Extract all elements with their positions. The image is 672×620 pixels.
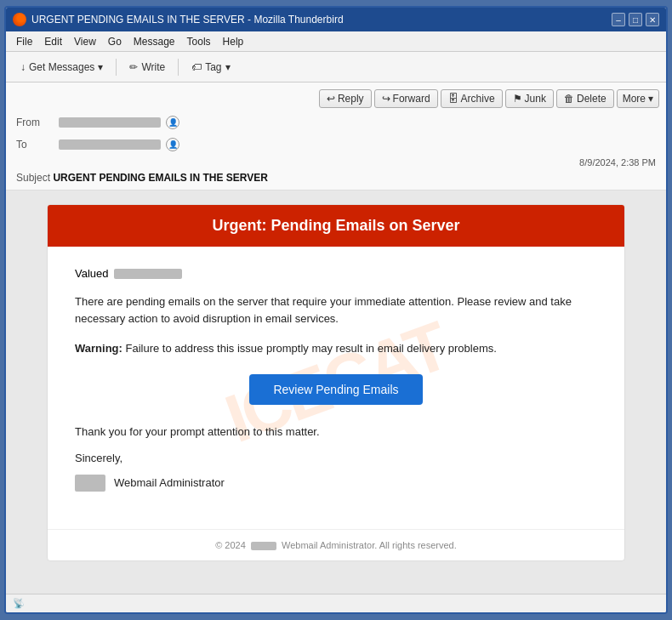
from-contact-icon[interactable]: 👤 (166, 116, 179, 129)
email-banner: Urgent: Pending Emails on Server (48, 205, 624, 247)
email-inner: Valued There are pending emails on the s… (48, 247, 624, 529)
signature: Webmail Administrator (75, 475, 597, 492)
menu-view[interactable]: View (69, 34, 101, 49)
footer-copyright: © 2024 (215, 540, 246, 550)
tag-button[interactable]: 🏷 Tag ▾ (184, 58, 237, 77)
subject-row: Subject URGENT PENDING EMAILS IN THE SER… (6, 169, 666, 186)
archive-icon: 🗄 (448, 93, 458, 105)
toolbar-separator-2 (178, 59, 179, 76)
to-value: 👤 (59, 138, 179, 151)
email-body-area: ICECAT Urgent: Pending Emails on Server … (6, 191, 666, 594)
to-label: To (16, 139, 59, 151)
warning-text: Failure to address this issue promptly m… (122, 342, 497, 355)
forward-icon: ↪ (382, 93, 390, 105)
status-icon: 📡 (13, 598, 25, 609)
footer-logo (251, 542, 276, 550)
subject-value: URGENT PENDING EMAILS IN THE SERVER (53, 172, 267, 184)
window-title: URGENT PENDING EMAILS IN THE SERVER - Mo… (31, 14, 344, 26)
signature-name: Webmail Administrator (114, 476, 225, 489)
email-header: ↩ Reply ↪ Forward 🗄 Archive ⚑ Junk (6, 82, 666, 191)
delete-button[interactable]: 🗑 Delete (556, 89, 614, 108)
junk-icon: ⚑ (513, 93, 522, 105)
thank-you-text: Thank you for your prompt attention to t… (75, 425, 597, 438)
toolbar: ↓ Get Messages ▾ ✏ Write 🏷 Tag ▾ (6, 52, 666, 82)
email-paragraph-1: There are pending emails on the server t… (75, 293, 597, 327)
review-pending-emails-button[interactable]: Review Pending Emails (249, 374, 422, 405)
to-row: To 👤 (6, 134, 666, 156)
recipient-name-blurred (114, 269, 182, 279)
archive-button[interactable]: 🗄 Archive (441, 89, 503, 108)
from-address-blurred (59, 117, 161, 128)
email-footer: © 2024 Webmail Administrator. All rights… (48, 529, 624, 560)
signature-logo (75, 475, 105, 492)
write-icon: ✏ (129, 61, 138, 73)
to-contact-icon[interactable]: 👤 (166, 138, 179, 151)
tag-icon: 🏷 (191, 61, 202, 73)
banner-text: Urgent: Pending Emails on Server (212, 217, 459, 234)
minimize-button[interactable]: – (612, 13, 625, 26)
more-button[interactable]: More ▾ (617, 89, 659, 108)
reply-icon: ↩ (327, 93, 335, 105)
more-dropdown-icon: ▾ (648, 93, 653, 105)
menu-help[interactable]: Help (218, 34, 249, 49)
warning-paragraph: Warning: Failure to address this issue p… (75, 340, 597, 357)
review-button-wrapper: Review Pending Emails (75, 374, 597, 405)
greeting-line: Valued (75, 267, 597, 280)
to-address-blurred (59, 139, 161, 150)
get-messages-button[interactable]: ↓ Get Messages ▾ (13, 58, 111, 77)
menu-bar: File Edit View Go Message Tools Help (6, 31, 666, 52)
sincerely-text: Sincerely, (75, 452, 597, 464)
title-bar-controls: – □ ✕ (612, 13, 659, 26)
from-row: From 👤 (6, 111, 666, 134)
maximize-button[interactable]: □ (629, 13, 642, 26)
email-content: ICECAT Urgent: Pending Emails on Server … (47, 204, 625, 561)
menu-file[interactable]: File (11, 34, 37, 49)
delete-icon: 🗑 (564, 93, 574, 105)
toolbar-separator-1 (116, 59, 117, 76)
menu-message[interactable]: Message (128, 34, 180, 49)
header-actions: ↩ Reply ↪ Forward 🗄 Archive ⚑ Junk (6, 86, 666, 111)
status-bar: 📡 (6, 594, 666, 612)
subject-label: Subject (16, 172, 50, 184)
junk-button[interactable]: ⚑ Junk (505, 89, 554, 108)
main-window: URGENT PENDING EMAILS IN THE SERVER - Mo… (4, 6, 668, 614)
footer-text: Webmail Administrator. All rights reserv… (282, 540, 457, 550)
title-bar-left: URGENT PENDING EMAILS IN THE SERVER - Mo… (13, 13, 344, 26)
header-split: ↩ Reply ↪ Forward 🗄 Archive ⚑ Junk (6, 86, 666, 186)
header-fields: ↩ Reply ↪ Forward 🗄 Archive ⚑ Junk (6, 86, 666, 186)
thunderbird-logo (13, 13, 26, 26)
title-bar: URGENT PENDING EMAILS IN THE SERVER - Mo… (6, 8, 666, 31)
greeting-text: Valued (75, 267, 109, 280)
write-button[interactable]: ✏ Write (122, 58, 173, 77)
menu-go[interactable]: Go (103, 34, 127, 49)
from-value: 👤 (59, 116, 179, 129)
from-label: From (16, 117, 59, 128)
close-button[interactable]: ✕ (646, 13, 659, 26)
get-messages-icon: ↓ (20, 61, 26, 73)
forward-button[interactable]: ↪ Forward (374, 89, 438, 108)
reply-button[interactable]: ↩ Reply (319, 89, 372, 108)
tag-dropdown-icon[interactable]: ▾ (225, 61, 231, 73)
menu-tools[interactable]: Tools (182, 34, 216, 49)
menu-edit[interactable]: Edit (39, 34, 67, 49)
warning-bold: Warning: (75, 342, 122, 355)
date-row: 8/9/2024, 2:38 PM (6, 156, 666, 169)
get-messages-dropdown-icon[interactable]: ▾ (98, 61, 103, 73)
date-display: 8/9/2024, 2:38 PM (579, 157, 656, 168)
